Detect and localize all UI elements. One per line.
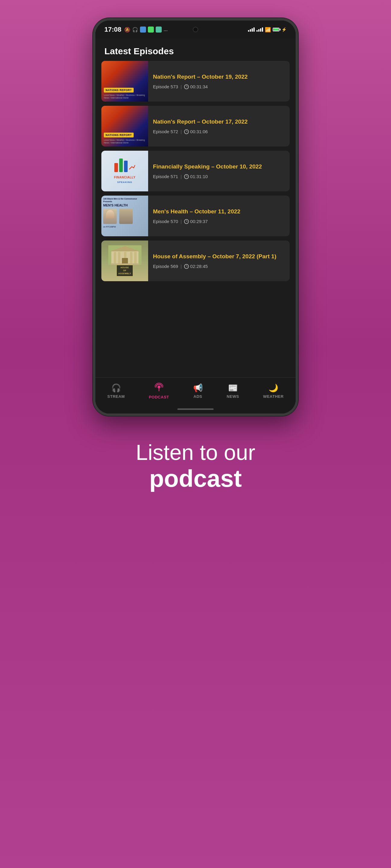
episode-thumbnail-3: FINANCIALLY SPEAKING (101, 151, 148, 191)
signal-bar (256, 30, 258, 32)
more-dots: ... (164, 27, 167, 32)
nav-label-weather: WEATHER (263, 394, 284, 399)
house-building-svg (108, 245, 141, 265)
episode-thumbnail-5: HOUSEOFASSEMBLY (101, 241, 148, 281)
svg-point-11 (158, 385, 161, 389)
episode-num-5: Episode 569 (153, 264, 178, 269)
nav-label-ads: ADS (193, 394, 202, 399)
episode-num-3: Episode 571 (153, 174, 178, 179)
episode-meta-4: Episode 570 | 00:29:37 (153, 219, 285, 224)
episode-card-4[interactable]: 100 Black Men & the Connoisseur Presents… (101, 195, 290, 236)
episode-info-1: Nation's Report – October 19, 2022 Episo… (148, 61, 290, 101)
arrow-svg (129, 164, 136, 171)
news-icon: 📰 (228, 383, 238, 393)
house-thumb: HOUSEOFASSEMBLY (101, 241, 148, 281)
nav-item-weather[interactable]: 🌙 WEATHER (257, 381, 290, 401)
camera-dot (193, 27, 198, 32)
episode-card-1[interactable]: NATIONS REPORT Local News / Weather / Bu… (101, 61, 290, 101)
clock-icon-2 (184, 129, 189, 134)
episode-duration-4: 00:29:37 (190, 219, 207, 224)
meta-divider-5: | (180, 264, 181, 269)
house-badge: HOUSEOFASSEMBLY (116, 265, 133, 276)
home-bar (177, 408, 214, 410)
meta-clock-3: 01:31:10 (184, 174, 207, 179)
home-indicator (95, 404, 296, 413)
mens-title: MEN'S HEALTH (103, 204, 128, 207)
episode-title-3: Financially Speaking – October 10, 2022 (153, 163, 285, 170)
app-icon-1 (140, 27, 146, 33)
signal-bar (248, 30, 249, 32)
battery-icon: ⚡ (273, 27, 287, 32)
nav-item-news[interactable]: 📰 NEWS (221, 381, 245, 401)
episode-info-2: Nation's Report – October 17, 2022 Episo… (148, 106, 290, 147)
signal-bar (250, 29, 251, 32)
battery-tip (280, 29, 281, 30)
status-bar: 17:08 🔕 🎧 ... (95, 21, 296, 38)
episode-card-5[interactable]: HOUSEOFASSEMBLY House of Assembly – Octo… (101, 241, 290, 281)
tagline-line1: Listen to our (136, 440, 255, 465)
episode-duration-2: 00:31:06 (190, 129, 207, 134)
app-icon-3 (156, 27, 162, 33)
signal-bar (260, 28, 261, 32)
mens-thumb: 100 Black Men & the Connoisseur Presents… (101, 195, 148, 236)
wifi-icon: 📶 (265, 27, 271, 33)
episode-card-2[interactable]: NATIONS REPORT Local News / Weather / Bu… (101, 106, 290, 147)
nations-badge-1: NATIONS REPORT (104, 88, 134, 93)
mens-image-row (103, 209, 133, 224)
headphone-icon: 🎧 (132, 27, 138, 33)
signal-bars-1 (248, 27, 255, 32)
episode-thumbnail-4: 100 Black Men & the Connoisseur Presents… (101, 195, 148, 236)
svg-rect-6 (130, 252, 133, 264)
bar-3 (124, 161, 128, 172)
episode-duration-3: 01:31:10 (190, 174, 207, 179)
meta-clock-1: 00:31:34 (184, 84, 207, 89)
status-icons: 🔕 🎧 ... (124, 27, 167, 33)
episode-title-4: Men's Health – October 11, 2022 (153, 208, 285, 216)
phone-device: 17:08 🔕 🎧 ... (93, 18, 298, 416)
meta-clock-2: 00:31:06 (184, 129, 207, 134)
meta-clock-4: 00:29:37 (184, 219, 207, 224)
nav-item-ads[interactable]: 📢 ADS (187, 381, 209, 401)
svg-rect-3 (114, 252, 116, 264)
episode-card-3[interactable]: FINANCIALLY SPEAKING Financially Speakin… (101, 151, 290, 191)
episode-meta-2: Episode 572 | 00:31:06 (153, 129, 285, 134)
status-time: 17:08 (104, 26, 121, 33)
episode-title-1: Nation's Report – October 19, 2022 (153, 73, 285, 81)
nations-thumb-1: NATIONS REPORT Local News / Weather / Bu… (101, 61, 148, 101)
battery-fill (274, 28, 278, 31)
episodes-list: NATIONS REPORT Local News / Weather / Bu… (95, 61, 296, 377)
meta-divider-2: | (180, 129, 181, 134)
signal-bar (258, 29, 259, 32)
clock-icon-3 (184, 174, 189, 179)
nations-sub-2: Local News / Weather / Business / Breaki… (104, 138, 146, 144)
tagline-line2: podcast (136, 465, 255, 493)
episode-thumbnail-2: NATIONS REPORT Local News / Weather / Bu… (101, 106, 148, 147)
episode-info-4: Men's Health – October 11, 2022 Episode … (148, 195, 290, 236)
mens-person-right (119, 209, 133, 224)
nav-label-news: NEWS (227, 394, 239, 399)
episode-num-1: Episode 573 (153, 84, 178, 89)
nav-label-podcast: PODCAST (149, 395, 169, 399)
episode-num-2: Episode 572 (153, 129, 178, 134)
meta-divider-4: | (180, 219, 181, 224)
nav-item-stream[interactable]: 🎧 STREAM (101, 381, 131, 401)
mens-face (106, 210, 114, 218)
nav-item-podcast[interactable]: PODCAST (143, 380, 175, 402)
episode-title-2: Nation's Report – October 17, 2022 (153, 118, 285, 126)
episode-info-3: Financially Speaking – October 10, 2022 … (148, 151, 290, 191)
signal-bar (262, 27, 263, 32)
episode-info-5: House of Assembly – October 7, 2022 (Par… (148, 241, 290, 281)
app-icon-2 (148, 27, 154, 33)
stream-icon: 🎧 (111, 383, 121, 393)
fin-title: FINANCIALLY (114, 176, 136, 179)
meta-divider-3: | (180, 174, 181, 179)
svg-rect-4 (118, 252, 120, 264)
bar-2 (119, 158, 123, 172)
status-right: 📶 ⚡ (248, 27, 287, 33)
episode-title-5: House of Assembly – October 7, 2022 (Par… (153, 253, 285, 260)
svg-rect-7 (134, 252, 137, 264)
nations-badge-2: NATIONS REPORT (104, 133, 134, 137)
meta-clock-5: 02:28:45 (184, 264, 207, 269)
battery-body (273, 28, 279, 31)
weather-icon: 🌙 (269, 383, 278, 393)
